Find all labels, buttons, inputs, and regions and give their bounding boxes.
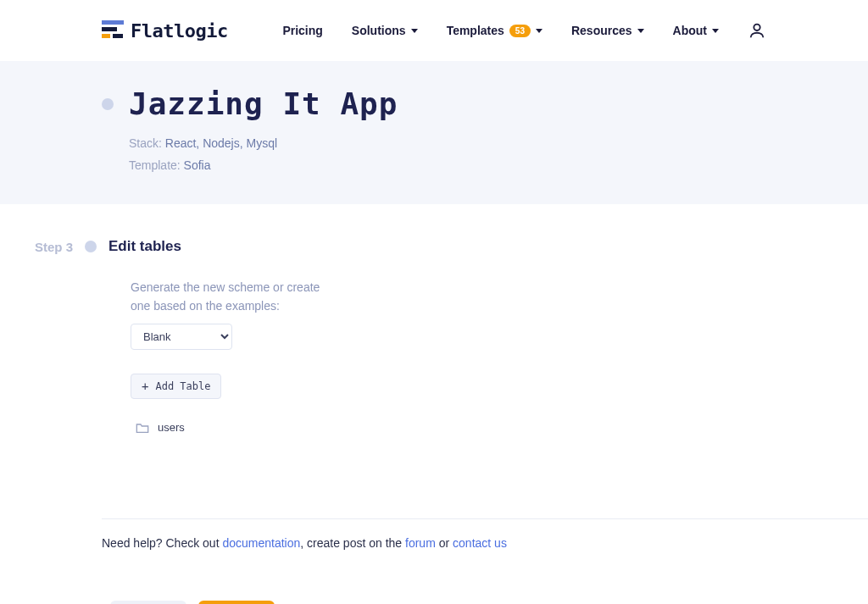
step-header: Step 3 Edit tables — [20, 238, 766, 255]
scheme-instruction: Generate the new scheme or create one ba… — [131, 279, 326, 315]
table-item-users[interactable]: users — [136, 421, 766, 434]
divider — [102, 518, 868, 519]
top-header: Flatlogic Pricing Solutions Templates53 … — [0, 0, 868, 61]
svg-point-0 — [754, 25, 760, 30]
plus-icon: + — [142, 380, 148, 392]
hero-section: Jazzing It App Stack: React, Nodejs, Mys… — [0, 61, 868, 204]
step-number: Step 3 — [20, 240, 73, 254]
next-button[interactable]: Next → — [198, 601, 275, 604]
nav-pricing[interactable]: Pricing — [282, 24, 322, 37]
scheme-select[interactable]: Blank — [131, 324, 232, 350]
chevron-down-icon — [411, 29, 418, 33]
chevron-down-icon — [712, 29, 719, 33]
nav-solutions[interactable]: Solutions — [352, 24, 418, 37]
nav-about[interactable]: About — [673, 24, 719, 37]
main-nav: Pricing Solutions Templates53 Resources … — [282, 21, 766, 40]
step-dot-icon — [85, 241, 97, 252]
templates-badge: 53 — [509, 25, 531, 37]
table-name: users — [158, 421, 185, 434]
logo[interactable]: Flatlogic — [102, 20, 228, 42]
nav-resources[interactable]: Resources — [571, 24, 644, 37]
back-button[interactable]: ← Back — [110, 601, 186, 604]
logo-icon — [102, 20, 124, 41]
folder-icon — [136, 422, 149, 434]
action-bar: ← Back Next → — [110, 601, 868, 604]
brand-name: Flatlogic — [131, 20, 228, 42]
help-text: Need help? Check out documentation, crea… — [102, 536, 868, 550]
chevron-down-icon — [536, 29, 542, 33]
documentation-link[interactable]: documentation — [222, 536, 300, 550]
chevron-down-icon — [637, 29, 644, 33]
step-title: Edit tables — [108, 238, 181, 255]
hero-bullet-icon — [102, 98, 114, 110]
add-table-button[interactable]: + Add Table — [131, 374, 221, 399]
stack-line: Stack: React, Nodejs, Mysql — [129, 136, 398, 150]
app-title: Jazzing It App — [129, 86, 398, 121]
forum-link[interactable]: forum — [405, 536, 436, 550]
template-line: Template: Sofia — [129, 158, 398, 172]
contact-link[interactable]: contact us — [453, 536, 507, 550]
main-content: Step 3 Edit tables Generate the new sche… — [0, 204, 868, 459]
nav-templates[interactable]: Templates53 — [447, 24, 542, 37]
user-icon[interactable] — [748, 21, 766, 40]
